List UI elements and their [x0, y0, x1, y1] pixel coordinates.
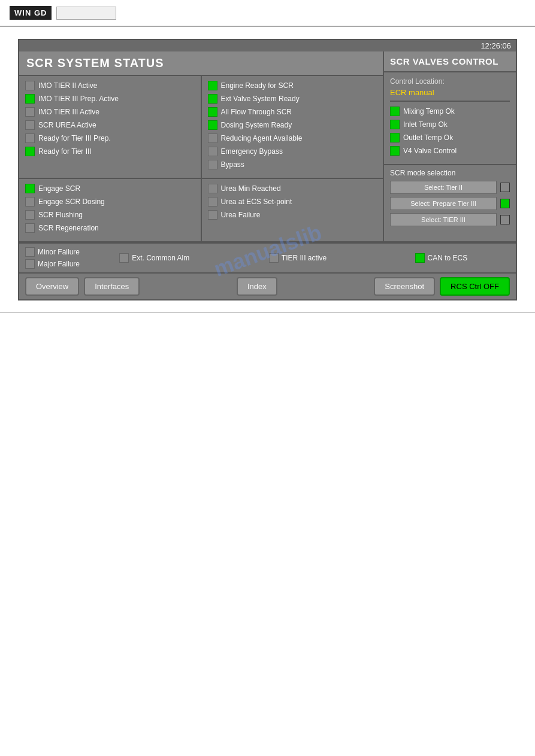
imo-tier3-prep-label: IMO TIER III Prep. Active — [38, 95, 119, 103]
can-to-ecs-indicator — [415, 253, 425, 263]
tier3-active-label: TIER III active — [282, 254, 327, 262]
ext-valve-indicator — [208, 94, 217, 104]
major-failure-item: Major Failure — [25, 259, 80, 269]
tier3-active-item: TIER III active — [229, 253, 366, 263]
select-tier2-button[interactable]: Select: Tier II — [390, 181, 497, 194]
engage-scr-indicator — [25, 184, 35, 193]
bypass-indicator — [208, 160, 217, 169]
ready-tier3-prep-label: Ready for Tier III Prep. — [38, 134, 111, 142]
ext-valve-label: Ext Valve System Ready — [221, 95, 300, 103]
imo-tier3-label: IMO TIER III Active — [38, 108, 99, 116]
dosing-ready-label: Dosing System Ready — [221, 121, 292, 129]
wingd-logo: WIN GD — [10, 6, 52, 20]
urea-min-label: Urea Min Reached — [221, 184, 281, 193]
list-item: Engage SCR Dosing — [25, 197, 195, 207]
urea-ecs-indicator — [208, 197, 217, 207]
tier3-prep-mode-indicator — [500, 199, 510, 208]
status-items-row1: IMO TIER II Active IMO TIER III Prep. Ac… — [19, 76, 383, 178]
list-item: Engine Ready for SCR — [208, 81, 377, 90]
select-tier3-button[interactable]: Select: TIER III — [390, 213, 497, 226]
list-item: Outlet Temp Ok — [390, 133, 510, 142]
bottom-bar: Minor Failure Major Failure Ext. Common … — [19, 242, 516, 272]
engage-dosing-indicator — [25, 197, 35, 207]
imo-tier2-label: IMO TIER II Active — [38, 81, 97, 90]
ready-tier3-indicator — [25, 147, 35, 156]
rcs-ctrl-off-button[interactable]: RCS Ctrl OFF — [440, 277, 510, 296]
engine-ready-indicator — [208, 81, 217, 90]
reducing-agent-indicator — [208, 133, 217, 143]
status-col-2-row2: Urea Min Reached Urea at ECS Set-point U… — [202, 179, 383, 241]
status-col-1: IMO TIER II Active IMO TIER III Prep. Ac… — [19, 76, 202, 178]
scr-flushing-label: SCR Flushing — [38, 211, 83, 219]
scr-valves-panel: SCR VALVES CONTROL Control Location: ECR… — [384, 51, 516, 241]
ready-tier3-prep-indicator — [25, 133, 35, 143]
scr-urea-indicator — [25, 120, 35, 130]
scr-flushing-indicator — [25, 210, 35, 220]
list-item: Ready for Tier III — [25, 147, 195, 156]
list-item: Engage SCR — [25, 184, 195, 193]
header: WIN GD — [0, 0, 535, 27]
list-item: Dosing System Ready — [208, 120, 377, 130]
engine-ready-label: Engine Ready for SCR — [221, 81, 294, 90]
list-item: Mixing Temp Ok — [390, 107, 510, 116]
inlet-temp-label: Inlet Temp Ok — [403, 120, 448, 129]
mode-row-tier3-prep: Select: Prepare Tier III — [390, 197, 510, 210]
engage-scr-label: Engage SCR — [38, 184, 80, 193]
list-item: SCR Flushing — [25, 210, 195, 220]
ext-common-alm-item: Ext. Common Alm — [86, 253, 223, 263]
list-item: Reducing Agent Available — [208, 133, 377, 143]
dosing-ready-indicator — [208, 120, 217, 130]
scr-status-title: SCR SYSTEM STATUS — [19, 51, 383, 76]
list-item: Ext Valve System Ready — [208, 94, 377, 104]
all-flow-indicator — [208, 107, 217, 117]
list-item: Ready for Tier III Prep. — [25, 133, 195, 143]
emergency-bypass-label: Emergency Bypass — [221, 147, 283, 156]
control-location-value: ECR manual — [390, 88, 510, 102]
major-failure-indicator — [25, 259, 35, 269]
ext-common-alm-indicator — [119, 253, 129, 263]
minor-failure-indicator — [25, 247, 35, 257]
tier3-mode-indicator — [500, 215, 510, 224]
list-item: SCR UREA Active — [25, 120, 195, 130]
engage-dosing-label: Engage SCR Dosing — [38, 198, 105, 206]
v4-valve-indicator — [390, 146, 400, 156]
can-to-ecs-item: CAN to ECS — [373, 253, 510, 263]
list-item: Urea at ECS Set-point — [208, 197, 377, 207]
list-item: IMO TIER III Prep. Active — [25, 94, 195, 104]
list-item: Urea Min Reached — [208, 184, 377, 193]
overview-button[interactable]: Overview — [25, 277, 79, 296]
urea-ecs-label: Urea at ECS Set-point — [221, 198, 292, 206]
interfaces-button[interactable]: Interfaces — [84, 277, 140, 296]
control-location-label: Control Location: — [390, 77, 510, 86]
status-col-1-row2: Engage SCR Engage SCR Dosing SCR Flushin… — [19, 179, 202, 241]
status-col-2: Engine Ready for SCR Ext Valve System Re… — [202, 76, 383, 178]
scr-mode-section: SCR mode selection Select: Tier II Selec… — [384, 164, 516, 233]
index-button[interactable]: Index — [237, 277, 277, 296]
status-items-row2: Engage SCR Engage SCR Dosing SCR Flushin… — [19, 178, 383, 241]
mode-row-tier2: Select: Tier II — [390, 181, 510, 194]
tier3-active-indicator — [269, 253, 279, 263]
list-item: IMO TIER III Active — [25, 107, 195, 117]
top-section: SCR SYSTEM STATUS IMO TIER II Active IMO… — [19, 51, 516, 242]
outlet-temp-label: Outlet Temp Ok — [403, 133, 453, 142]
select-prepare-tier3-button[interactable]: Select: Prepare Tier III — [390, 197, 497, 210]
time-display: 12:26:06 — [19, 40, 516, 51]
footer-line — [0, 312, 535, 317]
failure-group: Minor Failure Major Failure — [25, 247, 80, 269]
list-item: Emergency Bypass — [208, 147, 377, 156]
emergency-bypass-indicator — [208, 147, 217, 156]
valves-content: Control Location: ECR manual Mixing Temp… — [384, 72, 516, 164]
tier2-mode-indicator — [500, 183, 510, 192]
minor-failure-item: Minor Failure — [25, 247, 80, 257]
screenshot-button[interactable]: Screenshot — [374, 277, 435, 296]
main-panel: 12:26:06 SCR SYSTEM STATUS IMO TIER II A… — [18, 39, 517, 300]
imo-tier2-indicator — [25, 81, 35, 90]
can-to-ecs-label: CAN to ECS — [428, 254, 468, 262]
urea-failure-indicator — [208, 210, 217, 220]
imo-tier3-indicator — [25, 107, 35, 117]
urea-failure-label: Urea Failure — [221, 211, 261, 219]
list-item: Inlet Temp Ok — [390, 120, 510, 129]
list-item: Bypass — [208, 160, 377, 169]
reducing-agent-label: Reducing Agent Available — [221, 134, 303, 142]
list-item: Urea Failure — [208, 210, 377, 220]
